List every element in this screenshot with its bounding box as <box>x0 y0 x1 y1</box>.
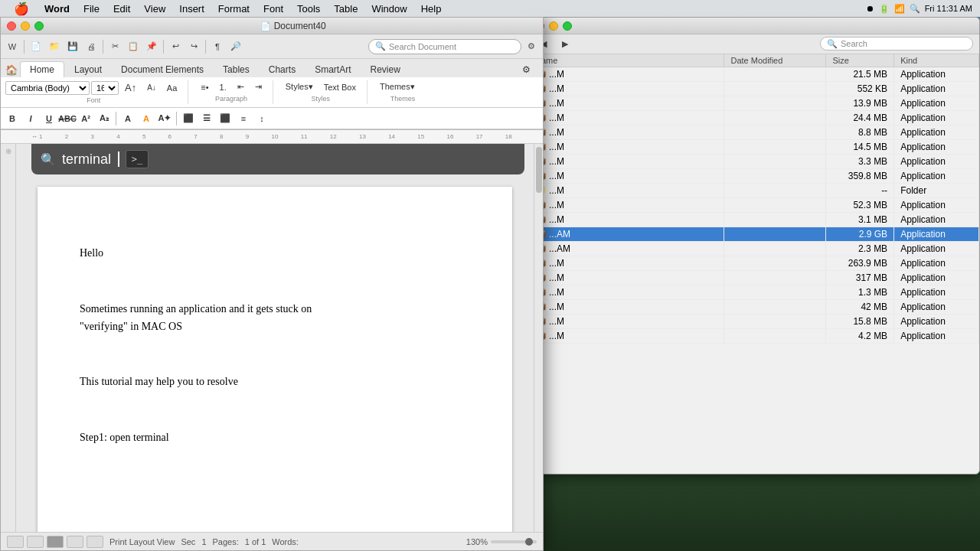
clear-format-button[interactable]: Aa <box>162 82 181 94</box>
zoom-thumb[interactable] <box>525 538 533 546</box>
table-row[interactable]: 📦 ...M 13.9 MB Application <box>529 96 979 110</box>
doc-page-area[interactable]: 🔍 terminal >_ Hello Sometimes running an… <box>16 144 534 532</box>
spotlight-icon[interactable]: 🔍 <box>910 4 920 14</box>
table-row[interactable]: 📦 ...M 42 MB Application <box>529 299 979 314</box>
document-page[interactable]: Hello Sometimes running an application a… <box>38 187 512 532</box>
indent-increase-button[interactable]: ⇥ <box>250 80 266 93</box>
view-notebook[interactable] <box>87 536 103 548</box>
font-selector[interactable]: Cambria (Body) <box>5 81 90 95</box>
styles-gallery[interactable]: Styles▾ <box>281 80 318 93</box>
col-header-size[interactable]: Size <box>826 54 894 67</box>
tab-smartart[interactable]: SmartArt <box>305 62 360 77</box>
font-shrink-button[interactable]: A↓ <box>142 82 161 93</box>
tab-charts[interactable]: Charts <box>260 62 305 77</box>
numbering-button[interactable]: 1. <box>215 81 231 93</box>
table-row[interactable]: 📦 ...AM 2.3 MB Application <box>529 241 979 256</box>
table-row[interactable]: 📦 ...AM 2.9 GB Application <box>529 227 979 241</box>
table-row[interactable]: 📦 ...M 8.8 MB Application <box>529 125 979 139</box>
col-header-date[interactable]: Date Modified <box>724 54 826 67</box>
app-name[interactable]: Word <box>38 2 76 15</box>
save-button[interactable]: 💾 <box>64 38 81 55</box>
table-row[interactable]: 📦 ...M 52.3 MB Application <box>529 197 979 212</box>
table-row[interactable]: 📁 ...M -- Folder <box>529 183 979 197</box>
menu-format[interactable]: Format <box>212 2 256 15</box>
tab-review[interactable]: Review <box>361 62 409 77</box>
terminal-icon[interactable]: >_ <box>126 150 149 168</box>
superscript-button[interactable]: A² <box>77 111 94 126</box>
quick-search-bar[interactable]: 🔍 Search Document <box>368 39 521 54</box>
table-row[interactable]: 📦 ...M 359.8 MB Application <box>529 168 979 183</box>
col-header-name[interactable]: Name <box>529 54 724 67</box>
redo-button[interactable]: ↪ <box>185 38 202 55</box>
menu-window[interactable]: Window <box>365 2 413 15</box>
strikethrough-button[interactable]: ABC <box>59 111 76 126</box>
doc-scrollbar[interactable] <box>534 144 543 532</box>
sidebar-toggle[interactable]: ⚙ <box>523 38 540 55</box>
tab-home[interactable]: Home <box>20 61 64 77</box>
copy-button[interactable]: 📋 <box>125 38 142 55</box>
minimize-button[interactable] <box>21 21 30 31</box>
tab-tables[interactable]: Tables <box>214 62 259 77</box>
align-left-button[interactable]: ⬛ <box>180 111 197 126</box>
menu-help[interactable]: Help <box>415 2 448 15</box>
home-icon[interactable]: 🏠 <box>4 62 19 77</box>
subscript-button[interactable]: A₂ <box>96 111 113 126</box>
finder-search-bar[interactable]: 🔍 Search <box>820 37 973 51</box>
col-header-kind[interactable]: Kind <box>894 54 979 67</box>
zoom-control[interactable]: 130% <box>466 537 537 546</box>
table-row[interactable]: 📦 ...M 4.2 MB Application <box>529 328 979 343</box>
print-button[interactable]: 🖨 <box>83 38 100 55</box>
themes-button[interactable]: Themes▾ <box>375 80 420 93</box>
open-button[interactable]: 📁 <box>46 38 63 55</box>
tab-settings[interactable]: ⚙ <box>513 62 540 77</box>
apple-menu[interactable]: 🍎 <box>6 2 37 16</box>
view-outline[interactable] <box>27 536 44 548</box>
finder-forward[interactable]: ▶ <box>557 35 573 52</box>
table-row[interactable]: 📦 ...M 21.5 MB Application <box>529 67 979 81</box>
zoom-slider[interactable] <box>491 540 537 543</box>
table-row[interactable]: 📦 ...M 24.4 MB Application <box>529 110 979 125</box>
finder-minimize[interactable] <box>549 21 558 31</box>
new-button[interactable]: 📄 <box>28 38 44 55</box>
align-center-button[interactable]: ☰ <box>198 111 215 126</box>
zoom-button[interactable]: 🔎 <box>227 38 244 55</box>
text-effects-button[interactable]: A✦ <box>156 111 173 126</box>
bullets-button[interactable]: ≡• <box>196 81 213 93</box>
font-color-button[interactable]: A <box>119 111 136 126</box>
menu-table[interactable]: Table <box>328 2 364 15</box>
table-row[interactable]: 📦 ...M 1.3 MB Application <box>529 285 979 299</box>
paragraph-marks-button[interactable]: ¶ <box>209 38 226 55</box>
menu-view[interactable]: View <box>138 2 172 15</box>
indent-decrease-button[interactable]: ⇤ <box>233 80 249 93</box>
table-row[interactable]: 📦 ...M 317 MB Application <box>529 270 979 285</box>
bold-button[interactable]: B <box>4 111 21 126</box>
table-row[interactable]: 📦 ...M 15.8 MB Application <box>529 314 979 328</box>
align-right-button[interactable]: ⬛ <box>217 111 234 126</box>
tab-document-elements[interactable]: Document Elements <box>112 62 213 77</box>
justify-button[interactable]: ≡ <box>235 111 252 126</box>
menu-insert[interactable]: Insert <box>173 2 211 15</box>
menu-edit[interactable]: Edit <box>107 2 136 15</box>
sidebar-icon[interactable]: ⊕ <box>5 147 11 155</box>
table-row[interactable]: 📦 ...M 3.3 MB Application <box>529 154 979 168</box>
highlight-button[interactable]: A <box>138 111 155 126</box>
menu-font[interactable]: Font <box>257 2 289 15</box>
scroll-thumb[interactable] <box>536 147 542 193</box>
underline-button[interactable]: U <box>41 111 57 126</box>
paste-button[interactable]: 📌 <box>143 38 160 55</box>
table-row[interactable]: 📦 ...M 263.9 MB Application <box>529 256 979 270</box>
finder-maximize[interactable] <box>563 21 572 31</box>
maximize-button[interactable] <box>34 21 44 31</box>
size-selector[interactable]: 16 <box>91 81 119 95</box>
finder-file-list[interactable]: Name Date Modified Size Kind 📦 ...M 21.5… <box>529 54 979 474</box>
line-spacing-button[interactable]: ↕ <box>253 111 270 126</box>
table-row[interactable]: 📦 ...M 14.5 MB Application <box>529 139 979 154</box>
view-normal[interactable] <box>7 536 24 548</box>
tab-layout[interactable]: Layout <box>65 62 111 77</box>
view-web[interactable] <box>67 536 83 548</box>
text-box-button[interactable]: Text Box <box>319 81 361 93</box>
close-button[interactable] <box>7 21 16 31</box>
undo-button[interactable]: ↩ <box>167 38 184 55</box>
italic-button[interactable]: I <box>22 111 39 126</box>
menu-tools[interactable]: Tools <box>291 2 326 15</box>
